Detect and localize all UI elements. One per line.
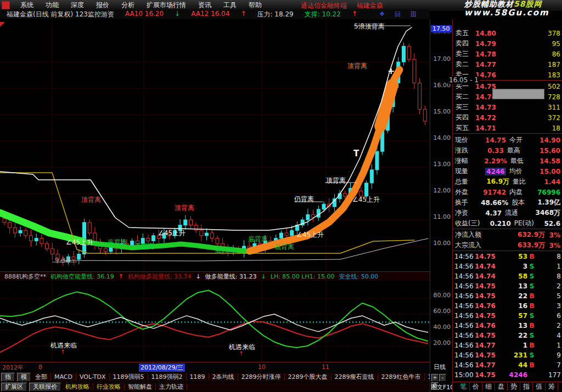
window-icon[interactable]: 回 (395, 10, 401, 19)
stock-info-bar: 福建金森(日线 前复权) 123监控游资AA10 16.20↓AA12 16.0… (0, 10, 430, 19)
candlestick-series (3, 42, 426, 265)
bid-price: 14.71 (475, 124, 504, 132)
indicator-tab-全部[interactable]: 全部 (32, 373, 51, 380)
tick-side: S (527, 282, 536, 290)
quote-tab-细[interactable]: 细 (482, 383, 495, 391)
last-price-badge: 17.50 (431, 25, 452, 32)
info-label: 内盘 (509, 188, 522, 197)
indicator-header-seg-4: ↓ (196, 273, 201, 280)
chart-annotation-∠45上升: ∠45上升 (66, 238, 93, 247)
chart-annotation-顶背离: 顶背离 (175, 203, 194, 213)
indicator-tab-2289瘦石壹线[interactable]: 2289瘦石壹线 (331, 373, 378, 380)
chart-annotation-∠45上升: ∠45上升 (158, 229, 186, 238)
menu-资讯[interactable]: 资讯 (192, 1, 217, 10)
date-label-2012年: 2012年 (2, 363, 24, 372)
toolbar-button-扩展区[interactable]: 扩展区 (1, 383, 27, 391)
toolbar-button-指标[interactable]: 指标 (1, 373, 15, 382)
chart-marker-T: T (353, 149, 359, 158)
watermark: 炒股輔助教材58股网 www.58Gu.com (464, 0, 561, 18)
indicator-axis-label-40.00: 40.00 (434, 323, 451, 331)
menu-工具[interactable]: 工具 (217, 1, 243, 10)
menu-深度[interactable]: 深度 (65, 1, 90, 10)
indicator-tab-1189强弱5[interactable]: 1189强弱5 (110, 373, 148, 380)
indicator-tab-VOL-TDX[interactable]: VOL-TDX (76, 373, 110, 380)
strategy-tab-机构攻略[interactable]: 机构攻略 (62, 383, 93, 390)
tick-row: 14:5614.7744B7 (453, 360, 562, 370)
zoom-button-+[interactable]: + (431, 374, 439, 382)
date-label-2012/08/29/三[interactable]: 2012/08/29/三 (139, 363, 185, 372)
quote-tab-势[interactable]: 势 (508, 383, 520, 391)
f10-button[interactable]: 图文F10 (431, 383, 454, 391)
price-chart[interactable]: 5浪顶背离顶背离顶背离仍背离∠45上升顶背离顶背离∠45上升底背离底背离∠45上… (0, 19, 430, 271)
opportunity-arrow-0: ↑ (60, 349, 65, 355)
tick-volume: 13 (499, 322, 527, 329)
tick-count: 8 (536, 272, 561, 280)
toolbar-button-模板[interactable]: 模板 (17, 373, 31, 382)
indicator-tab-2289红色牛市[interactable]: 2289红色牛市 (378, 373, 425, 380)
ask-price: 14.80 (475, 30, 504, 37)
panel-divider (453, 133, 562, 134)
bid-label: 买二 (456, 92, 475, 101)
info-value: 14.90 (539, 137, 560, 144)
info-value: 52.6 (544, 220, 560, 228)
quote-tab-筹[interactable]: 筹 (546, 383, 558, 391)
tick-count: 177 (536, 371, 561, 379)
info-row: 现价14.75今开14.90 (453, 135, 562, 145)
tick-volume: 57 (499, 312, 527, 320)
tick-price: 14.75 (475, 312, 499, 320)
info-value: 1.44 (544, 178, 560, 186)
indicator-tab-2289分时涨停[interactable]: 2289分时涨停 (238, 373, 285, 380)
indicator-tab-2289个股大盘[interactable]: 2289个股大盘 (285, 373, 331, 380)
chart-annotation-底背离: 底背离 (274, 242, 294, 252)
quote-tab-笔[interactable]: 笔 (457, 383, 470, 391)
tick-price: 14.75 (475, 371, 499, 379)
bid-volume: 372 (504, 114, 560, 122)
toolbar-button-关联报价[interactable]: 关联报价 (29, 383, 61, 391)
menu-功能[interactable]: 功能 (40, 1, 65, 10)
tick-time: 14:56 (454, 322, 475, 329)
info-label: 现量 (455, 167, 468, 176)
menu-系统[interactable]: 系统 (14, 1, 40, 10)
indicator-panel[interactable]: 机遇来临↑机遇来临↑ (0, 281, 430, 362)
panel-divider (453, 251, 562, 251)
indicator-tab-2条均线[interactable]: 2条均线 (209, 373, 238, 380)
indicator-header: 888机构多空**机构做空能量线: 36.19↑机构做多能量线: 33.74↓做… (0, 271, 430, 281)
info-segments: 福建金森(日线 前复权) 123监控游资AA10 16.20↓AA12 16.0… (7, 10, 363, 19)
menu-报价[interactable]: 报价 (90, 1, 115, 10)
tick-row: 14:5614.743S1 (453, 262, 562, 271)
quote-tab-价[interactable]: 价 (470, 383, 482, 391)
diamond-icon[interactable]: ❖ (379, 10, 385, 19)
menu-分析[interactable]: 分析 (115, 1, 140, 10)
tick-count: 1 (536, 263, 561, 270)
quote-tab-盘[interactable]: 盘 (495, 383, 508, 391)
tick-volume: 22 (499, 292, 527, 300)
chart-annotation-5浪顶背离: 5浪顶背离 (354, 22, 385, 31)
quote-tab-值[interactable]: 值 (533, 383, 546, 391)
tick-side: B (527, 292, 536, 300)
tick-count: 2 (536, 282, 561, 290)
tick-time: 14:56 (454, 332, 475, 339)
zoom-button--[interactable]: - (439, 374, 446, 382)
strategy-tab-主力轨迹[interactable]: 主力轨迹 (156, 383, 187, 390)
tick-volume: 44 (499, 361, 527, 369)
price-axis-label-14.00: 14.00 (434, 134, 451, 141)
indicator-tab-1189[interactable]: 1189 (187, 373, 209, 380)
tick-row: 15:0014.754246177 (453, 370, 562, 380)
indicator-tab-1189强弱2[interactable]: 1189强弱2 (148, 373, 187, 380)
info-row: 换手48.66%股本1.39亿 (453, 197, 562, 208)
tick-count: 7 (536, 361, 561, 369)
strategy-tab-智能解盘[interactable]: 智能解盘 (125, 383, 156, 390)
tick-time: 14:56 (454, 272, 475, 280)
menu-扩展市场行情[interactable]: 扩展市场行情 (140, 1, 192, 10)
grid-icon[interactable]: 田 (411, 10, 417, 19)
menu-帮助[interactable]: 帮助 (243, 1, 268, 10)
strategy-tab-行业攻略[interactable]: 行业攻略 (93, 383, 125, 390)
tick-price: 14.75 (475, 332, 499, 339)
tick-count: 4 (536, 332, 561, 339)
chart-annotation-底背离: 底背离 (108, 238, 127, 247)
panel-divider (453, 229, 562, 229)
date-axis[interactable]: 2012年82012/08/29/三1011 (0, 362, 430, 373)
indicator-tab-MACD[interactable]: MACD (51, 373, 76, 380)
quote-tab-指[interactable]: 指 (520, 383, 533, 391)
ask-row: 卖三14.7886 (453, 49, 562, 59)
